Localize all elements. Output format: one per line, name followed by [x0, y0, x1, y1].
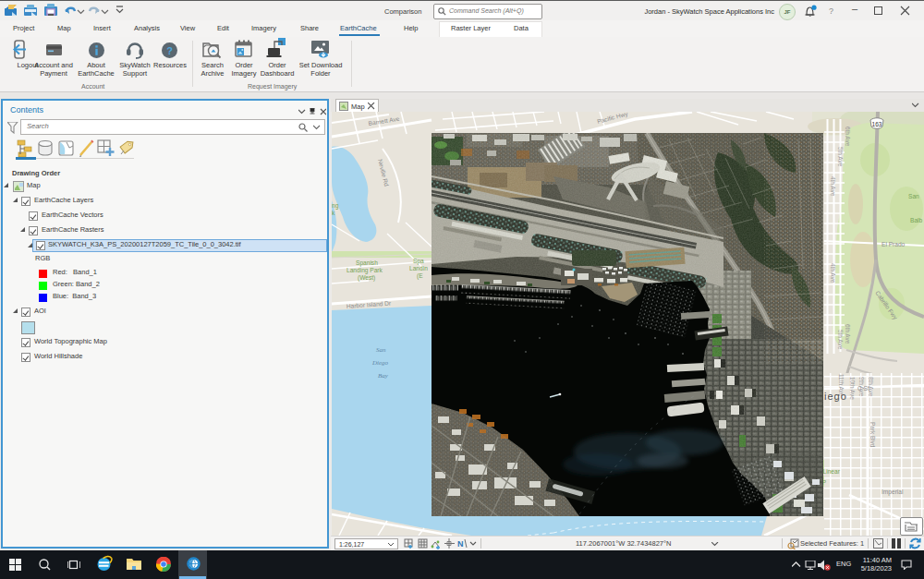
svg-text:6th Ave: 6th Ave [845, 324, 851, 344]
svg-text:San: San [376, 346, 386, 354]
svg-text:Spa: Spa [413, 258, 424, 265]
svg-text:N: N [457, 539, 464, 549]
svg-text:Imperial: Imperial [881, 489, 904, 496]
svg-text:Park Blvd: Park Blvd [869, 422, 876, 448]
svg-text:Bay: Bay [378, 372, 389, 380]
svg-text:Landing Park: Landing Park [346, 267, 383, 274]
svg-text:Balb: Balb [910, 217, 923, 223]
svg-text:ng: ng [332, 202, 339, 210]
svg-text:6th Ave: 6th Ave [845, 127, 851, 147]
svg-text:El Prado: El Prado [881, 241, 906, 247]
svg-text:?: ? [166, 45, 173, 56]
svg-text:Diego: Diego [371, 359, 389, 367]
svg-text:8th Ave: 8th Ave [868, 377, 874, 397]
svg-text:4th Ave: 4th Ave [830, 176, 836, 197]
svg-text:(E: (E [417, 272, 423, 280]
svg-text:163: 163 [872, 121, 882, 127]
svg-text:5th Ave: 5th Ave [837, 330, 844, 350]
svg-text:San: San [908, 193, 919, 199]
svg-text:Landin: Landin [409, 265, 428, 271]
svg-text:4th Ave: 4th Ave [830, 263, 836, 283]
svg-text:5th Ave: 5th Ave [837, 147, 844, 167]
svg-text:Spanish: Spanish [356, 259, 378, 267]
svg-text:(West): (West) [358, 274, 375, 282]
svg-text:9th Ave: 9th Ave [858, 377, 865, 397]
svg-text:10th Ave: 10th Ave [849, 377, 856, 400]
svg-text:iego: iego [824, 391, 847, 402]
